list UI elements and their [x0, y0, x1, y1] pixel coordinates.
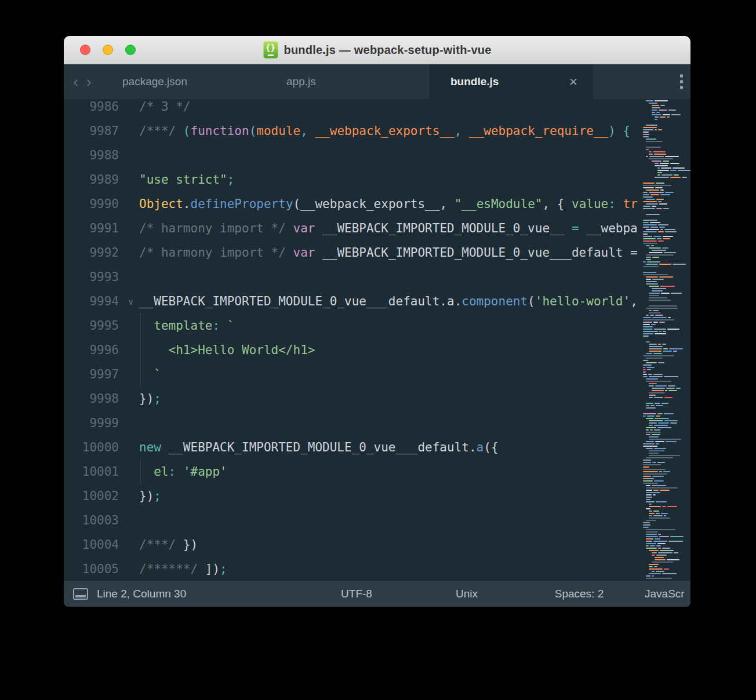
- code-area[interactable]: 9986/* 3 */9987/***/ (function(module, _…: [64, 99, 638, 581]
- status-bar: Line 2, Column 30 UTF-8 Unix Spaces: 2 J…: [64, 580, 690, 607]
- minimap-row: [643, 355, 690, 356]
- minimap-row: [649, 151, 690, 152]
- editor-window: {} bundle.js — webpack-setup-with-vue ‹ …: [64, 36, 690, 607]
- minimap-row: [646, 254, 690, 256]
- code-text: `: [139, 362, 638, 387]
- minimap-row: [643, 231, 690, 232]
- minimap-row: [643, 224, 690, 225]
- window-title: bundle.js — webpack-setup-with-vue: [284, 43, 492, 57]
- code-line[interactable]: 10005/******/ ]);: [64, 557, 638, 581]
- minimap-row: [646, 432, 690, 433]
- minimap-row: [649, 385, 690, 387]
- minimap-row: [649, 517, 690, 519]
- minimap-row: [643, 480, 690, 482]
- minimap-row: [643, 127, 690, 128]
- fold-chevron-icon[interactable]: ∨: [128, 290, 133, 314]
- minimap-row: [649, 348, 690, 349]
- indent-guide: [140, 313, 141, 387]
- minimap-row: [643, 208, 690, 209]
- minimap-row: [655, 165, 690, 166]
- minimap-row: [649, 506, 690, 507]
- zoom-window-button[interactable]: [125, 45, 136, 55]
- close-window-button[interactable]: [80, 45, 90, 55]
- minimap-row: [643, 326, 690, 327]
- minimap-row: [649, 439, 690, 440]
- code-line[interactable]: 9987/***/ (function(module, __webpack_ex…: [64, 119, 638, 143]
- line-number: 10001: [82, 460, 119, 484]
- code-line[interactable]: 9998});: [64, 387, 638, 411]
- code-lines: 9986/* 3 */9987/***/ (function(module, _…: [64, 99, 638, 581]
- minimap-row: [646, 199, 690, 200]
- code-line[interactable]: 10002});: [64, 484, 638, 508]
- minimap-row: [643, 476, 690, 477]
- code-line[interactable]: 10003: [64, 508, 638, 533]
- code-line[interactable]: 9988: [64, 143, 638, 167]
- code-line[interactable]: 9989"use strict";: [64, 167, 638, 192]
- code-line[interactable]: 9994∨__WEBPACK_IMPORTED_MODULE_0_vue___d…: [64, 289, 638, 313]
- close-tab-icon[interactable]: ✕: [569, 75, 578, 89]
- minimap-row: [646, 492, 690, 493]
- code-line[interactable]: 9997 `: [64, 362, 638, 387]
- minimap-row: [652, 114, 690, 115]
- code-line[interactable]: 9991/* harmony import */ var __WEBPACK_I…: [64, 216, 638, 240]
- code-text: /* harmony import */ var __WEBPACK_IMPOR…: [139, 216, 638, 240]
- code-text: "use strict";: [139, 167, 638, 192]
- minimap-row: [652, 562, 690, 563]
- line-number: 9995: [89, 313, 119, 338]
- code-line[interactable]: 10000new __WEBPACK_IMPORTED_MODULE_0_vue…: [64, 435, 638, 460]
- code-text: /***/ (function(module, __webpack_export…: [139, 119, 638, 143]
- minimap-row: [643, 466, 690, 468]
- overflow-menu-icon[interactable]: [680, 75, 683, 89]
- forward-arrow-icon[interactable]: ›: [86, 74, 92, 89]
- syntax-indicator[interactable]: JavaScr: [645, 581, 685, 607]
- code-line[interactable]: 9996 <h1>Hello World</h1>: [64, 338, 638, 362]
- minimap-row: [657, 174, 690, 176]
- minimap-row: [643, 220, 690, 221]
- tab-app-js[interactable]: app.js: [265, 64, 429, 99]
- back-arrow-icon[interactable]: ‹: [73, 74, 78, 89]
- minimap-row: [643, 471, 690, 472]
- code-line[interactable]: 9999: [64, 411, 638, 435]
- minimap-row: [643, 462, 690, 463]
- code-text: <h1>Hello World</h1>: [139, 338, 638, 362]
- line-endings-indicator[interactable]: Unix: [456, 581, 478, 607]
- minimap-row: [646, 281, 690, 282]
- code-line[interactable]: 9990Object.defineProperty(__webpack_expo…: [64, 192, 638, 216]
- minimize-window-button[interactable]: [103, 45, 113, 55]
- minimap-row: [643, 234, 690, 235]
- minimap-row: [649, 566, 690, 567]
- minimap-row: [649, 450, 690, 451]
- code-line[interactable]: 10004/***/ }): [64, 533, 638, 557]
- minimap[interactable]: [638, 100, 690, 581]
- tab-package-json[interactable]: package.json: [101, 64, 265, 99]
- code-line[interactable]: 9995 template: `: [64, 313, 638, 338]
- minimap-row: [643, 266, 690, 267]
- title-bar[interactable]: {} bundle.js — webpack-setup-with-vue: [64, 36, 690, 64]
- traffic-lights: [80, 45, 136, 55]
- tab-bundle-js[interactable]: bundle.js ✕: [429, 64, 593, 99]
- line-number: 9988: [89, 143, 119, 167]
- gutter: 9995: [64, 313, 139, 338]
- code-text: el: '#app': [139, 460, 638, 484]
- code-line[interactable]: 9993: [64, 265, 638, 289]
- gutter: 10005: [64, 557, 139, 581]
- code-text: new __WEBPACK_IMPORTED_MODULE_0_vue___de…: [139, 435, 638, 460]
- minimap-row: [646, 578, 690, 579]
- code-line[interactable]: 9992/* harmony import */ var __WEBPACK_I…: [64, 240, 638, 265]
- gutter: 9994∨: [64, 289, 139, 313]
- gutter: 9990: [64, 192, 139, 216]
- code-text: /******/ ]);: [139, 557, 638, 581]
- code-line[interactable]: 10001 el: '#app': [64, 460, 638, 484]
- indentation-indicator[interactable]: Spaces: 2: [555, 581, 604, 607]
- minimap-row: [655, 559, 690, 560]
- minimap-row: [649, 305, 690, 307]
- minimap-row: [649, 300, 690, 301]
- minimap-row: [646, 341, 690, 342]
- minimap-row: [649, 286, 690, 287]
- encoding-indicator[interactable]: UTF-8: [341, 581, 372, 607]
- code-line[interactable]: 9986/* 3 */: [64, 99, 638, 119]
- line-number: 10002: [82, 484, 119, 508]
- minimap-row: [649, 247, 690, 249]
- panel-toggle-icon[interactable]: [73, 588, 88, 600]
- minimap-row: [652, 555, 690, 556]
